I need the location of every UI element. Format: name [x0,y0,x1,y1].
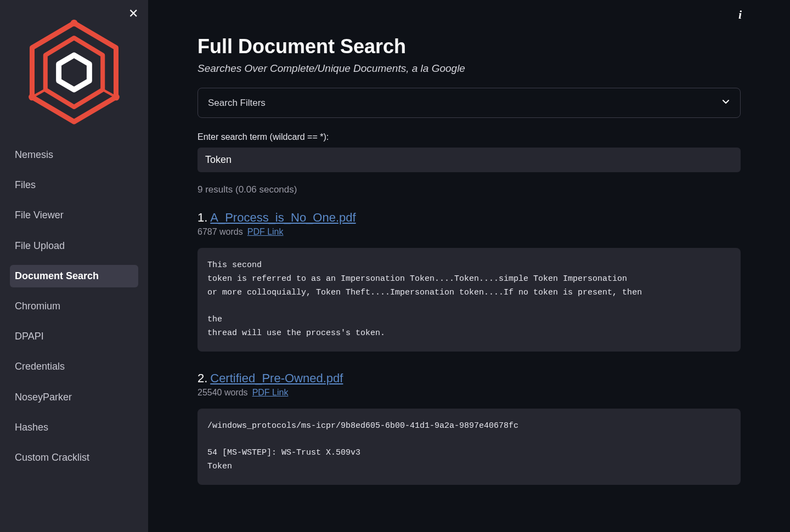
sidebar-item-chromium[interactable]: Chromium [10,295,138,318]
sidebar-item-document-search[interactable]: Document Search [10,265,138,287]
sidebar-item-dpapi[interactable]: DPAPI [10,325,138,348]
result-title: 2. Certified_Pre-Owned.pdf [198,371,741,386]
result-meta: 6787 wordsPDF Link [198,227,741,237]
result-snippet: This second token is referred to as an I… [198,248,741,352]
sidebar-item-file-viewer[interactable]: File Viewer [10,204,138,227]
logo-container [0,7,148,144]
result-title-link[interactable]: A_Process_is_No_One.pdf [210,211,356,225]
main-content: i Full Document Search Searches Over Com… [148,0,790,532]
result-meta: 25540 wordsPDF Link [198,388,741,398]
svg-point-3 [71,20,78,27]
page-title: Full Document Search [198,35,741,58]
pdf-link[interactable]: PDF Link [247,227,284,236]
sidebar-item-file-upload[interactable]: File Upload [10,235,138,257]
sidebar-item-nemesis[interactable]: Nemesis [10,144,138,166]
sidebar-item-custom-cracklist[interactable]: Custom Cracklist [10,446,138,469]
result-snippet: /windows_protocols/ms-icpr/9b8ed605-6b00… [198,409,741,485]
results-container: 1. A_Process_is_No_One.pdf6787 wordsPDF … [198,211,741,485]
sidebar: ✕ NemesisFilesFile ViewerFile UploadDocu… [0,0,148,532]
logo-icon [25,18,123,127]
search-input[interactable] [198,148,741,172]
sidebar-item-credentials[interactable]: Credentials [10,355,138,378]
result-title-link[interactable]: Certified_Pre-Owned.pdf [210,371,343,386]
info-icon[interactable]: i [738,8,742,22]
page-subtitle: Searches Over Complete/Unique Documents,… [198,63,741,75]
close-icon[interactable]: ✕ [128,8,138,20]
search-filters-expander[interactable]: Search Filters [198,88,741,118]
search-input-label: Enter search term (wildcard == *): [198,132,741,142]
sidebar-item-noseyparker[interactable]: NoseyParker [10,386,138,409]
pdf-link[interactable]: PDF Link [252,388,289,397]
chevron-down-icon [721,97,730,109]
sidebar-item-hashes[interactable]: Hashes [10,416,138,439]
svg-marker-1 [46,38,103,107]
result-title: 1. A_Process_is_No_One.pdf [198,211,741,225]
result-item: 2. Certified_Pre-Owned.pdf25540 wordsPDF… [198,371,741,485]
result-item: 1. A_Process_is_No_One.pdf6787 wordsPDF … [198,211,741,352]
sidebar-item-files[interactable]: Files [10,174,138,196]
nav-list: NemesisFilesFile ViewerFile UploadDocume… [0,144,148,477]
result-index: 2. [198,371,207,386]
result-word-count: 6787 words [198,227,243,236]
search-filters-label: Search Filters [208,98,266,109]
result-index: 1. [198,211,207,225]
svg-marker-2 [59,55,89,90]
result-word-count: 25540 words [198,388,248,397]
results-count: 9 results (0.06 seconds) [198,184,741,195]
